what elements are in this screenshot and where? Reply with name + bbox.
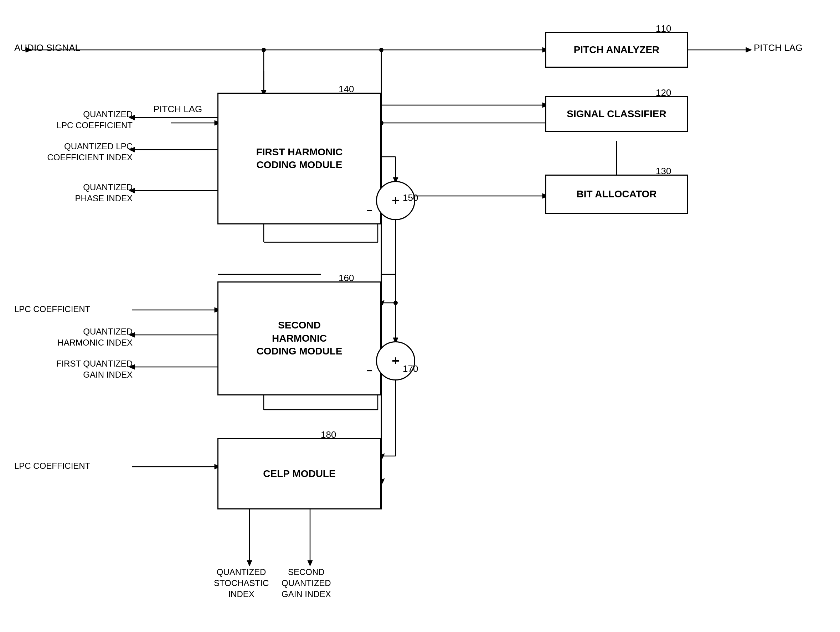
quantized-lpc-label: QUANTIZEDLPC COEFFICIENT (57, 109, 133, 131)
sj1-minus: − (366, 205, 372, 216)
lpc-coeff-second-label: LPC COEFFICIENT (14, 304, 90, 315)
lpc-coeff-celp-label: LPC COEFFICIENT (14, 460, 90, 471)
svg-point-66 (379, 48, 384, 52)
first-harmonic-block: FIRST HARMONIC CODING MODULE (217, 93, 381, 224)
svg-marker-62 (746, 47, 752, 52)
audio-signal-label: AUDIO SIGNAL (14, 42, 80, 54)
quantized-lpc-index-label: QUANTIZED LPCCOEFFICIENT INDEX (47, 141, 133, 163)
pitch-lag-output-label: PITCH LAG (754, 42, 802, 54)
second-harmonic-block: SECOND HARMONIC CODING MODULE (217, 281, 381, 396)
second-harmonic-number: 160 (339, 273, 354, 284)
sj1-number: 150 (403, 192, 418, 203)
bit-allocator-block: BIT ALLOCATOR (545, 175, 688, 214)
bit-allocator-number: 130 (656, 165, 671, 177)
signal-classifier-block: SIGNAL CLASSIFIER (545, 96, 688, 132)
pitch-analyzer-block: PITCH ANALYZER (545, 32, 688, 68)
svg-marker-60 (308, 560, 313, 566)
svg-marker-58 (247, 560, 252, 566)
celp-module-block: CELP MODULE (217, 438, 381, 509)
summing-junction-2: + (376, 341, 415, 380)
quantized-harmonic-label: QUANTIZEDHARMONIC INDEX (57, 326, 133, 348)
second-quantized-gain-label: SECONDQUANTIZEDGAIN INDEX (281, 566, 331, 600)
sj2-number: 170 (403, 363, 418, 374)
svg-point-70 (393, 301, 398, 305)
svg-point-71 (262, 48, 266, 52)
pitch-analyzer-number: 110 (656, 23, 671, 34)
quantized-phase-label: QUANTIZEDPHASE INDEX (75, 182, 133, 204)
first-quantized-gain-label: FIRST QUANTIZEDGAIN INDEX (56, 358, 133, 380)
celp-module-number: 180 (321, 429, 336, 440)
sj2-minus: − (366, 365, 372, 377)
pitch-lag-input-label: PITCH LAG (153, 103, 202, 115)
quantized-stochastic-label: QUANTIZEDSTOCHASTICINDEX (214, 566, 269, 600)
signal-classifier-number: 120 (656, 87, 671, 98)
first-harmonic-number: 140 (339, 84, 354, 95)
